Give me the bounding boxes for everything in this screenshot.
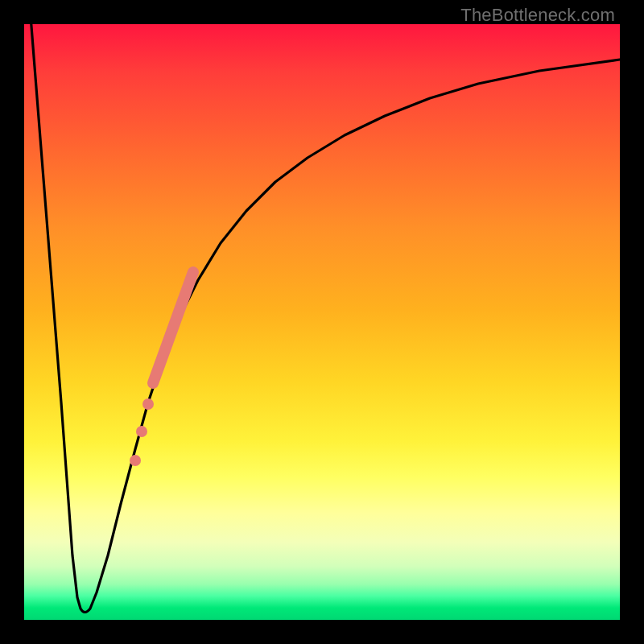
chart-frame: TheBottleneck.com: [0, 0, 644, 644]
highlight-bar: [153, 272, 193, 383]
plot-area: [24, 24, 620, 620]
marker-dot: [130, 455, 141, 466]
marker-dot: [142, 398, 154, 410]
bottleneck-curve: [31, 24, 620, 613]
bottleneck-curve-svg: [24, 24, 620, 620]
watermark-text: TheBottleneck.com: [460, 5, 615, 26]
marker-dot: [136, 426, 147, 437]
